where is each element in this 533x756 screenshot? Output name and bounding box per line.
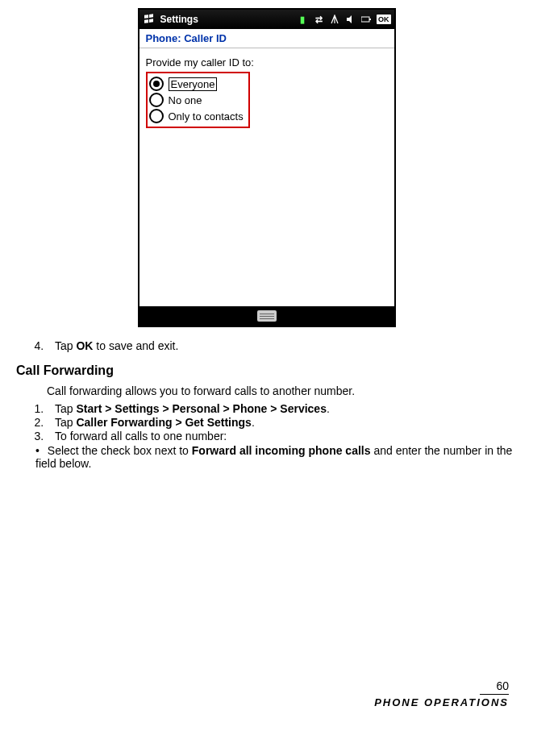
bullet-list: Select the check box next to Forward all…: [16, 444, 517, 470]
content-area: Provide my caller ID to: EveryoneNo oneO…: [139, 48, 394, 306]
radio-icon[interactable]: [149, 93, 164, 107]
step-bold: Caller Forwarding > Get Settings: [76, 416, 251, 429]
bullet-bold: Forward all incoming phone calls: [192, 444, 371, 457]
bottombar: [139, 306, 394, 326]
footer-rule: [480, 694, 509, 695]
section-heading: Call Forwarding: [16, 363, 517, 378]
step-text: .: [327, 402, 330, 415]
svg-marker-4: [347, 15, 352, 23]
windows-start-icon[interactable]: [143, 13, 156, 26]
radio-group-highlight: EveryoneNo oneOnly to contacts: [146, 72, 250, 128]
keyboard-icon[interactable]: [257, 310, 277, 322]
svg-rect-3: [149, 19, 153, 23]
screen-subheader: Phone: Caller ID: [139, 29, 394, 48]
page-number: 60: [16, 679, 509, 692]
titlebar-title: Settings: [160, 14, 198, 25]
step-text: Tap: [55, 416, 76, 429]
step-item: Tap Start > Settings > Personal > Phone …: [47, 402, 517, 415]
step-text: Tap: [55, 339, 76, 352]
svg-rect-0: [144, 15, 148, 19]
steps-continued: Tap OK to save and exit.: [16, 339, 517, 352]
svg-rect-1: [149, 14, 153, 18]
footer-section: Phone Operations: [16, 696, 509, 708]
battery-icon: ▮: [296, 13, 309, 26]
radio-option[interactable]: Everyone: [149, 77, 244, 91]
step-item: To forward all calls to one number:: [47, 430, 517, 442]
step-bold: OK: [76, 339, 93, 352]
radio-option[interactable]: No one: [149, 93, 244, 107]
radio-label: Everyone: [169, 77, 218, 91]
titlebar: Settings ▮ ⇄ OK: [139, 10, 394, 29]
radio-icon[interactable]: [149, 109, 164, 123]
connectivity-icon: ⇄: [312, 13, 325, 26]
step-bold: Start > Settings > Personal > Phone > Se…: [76, 402, 326, 415]
volume-icon: [344, 13, 357, 26]
bullet-text: Select the check box next to: [48, 444, 192, 457]
steps-list: Tap Start > Settings > Personal > Phone …: [16, 402, 517, 442]
prompt-text: Provide my caller ID to:: [146, 56, 388, 69]
step-text: Tap: [55, 402, 76, 415]
ok-button[interactable]: OK: [377, 15, 391, 24]
step-item: Tap Caller Forwarding > Get Settings.: [47, 416, 517, 429]
signal-icon: [328, 13, 341, 26]
svg-rect-6: [369, 19, 371, 20]
radio-label: Only to contacts: [169, 110, 244, 123]
svg-rect-2: [144, 19, 148, 23]
step-4: Tap OK to save and exit.: [47, 339, 517, 352]
power-icon: [360, 13, 373, 26]
radio-option[interactable]: Only to contacts: [149, 109, 244, 123]
intro-text: Call forwarding allows you to forward ca…: [47, 384, 517, 397]
bullet-item: Select the check box next to Forward all…: [35, 444, 517, 470]
device-screenshot: Settings ▮ ⇄ OK Phone: Caller ID Provide…: [138, 8, 396, 327]
step-text: To forward all calls to one number:: [55, 430, 227, 442]
svg-rect-5: [361, 17, 369, 22]
step-text: to save and exit.: [93, 339, 178, 352]
radio-label: No one: [169, 94, 202, 106]
step-text: .: [252, 416, 255, 429]
radio-icon[interactable]: [149, 77, 164, 91]
page-footer: 60 Phone Operations: [16, 679, 517, 708]
